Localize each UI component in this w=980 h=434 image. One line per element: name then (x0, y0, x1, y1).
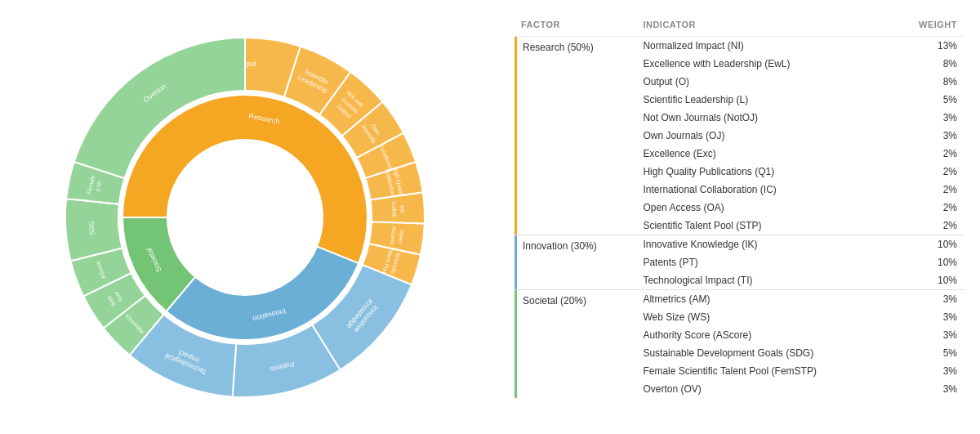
indicator-cell: Own Journals (OJ) (636, 127, 893, 145)
factor-cell: Innovation (30%) (514, 235, 636, 290)
indicator-cell: High Quality Publications (Q1) (636, 163, 893, 181)
weight-cell: 3% (893, 380, 964, 398)
weight-cell: 2% (893, 145, 964, 163)
indicator-header: INDICATOR (636, 16, 893, 37)
indicator-cell: Scientific Talent Pool (STP) (636, 217, 893, 235)
factor-header: FACTOR (514, 16, 636, 37)
weight-cell: 3% (893, 127, 964, 145)
indicator-cell: Not Own Journals (NotOJ) (636, 109, 893, 127)
indicator-cell: Output (O) (636, 73, 893, 91)
weight-cell: 3% (893, 290, 964, 309)
indicator-cell: Normalized Impact (NI) (636, 37, 893, 56)
weight-cell: 8% (893, 55, 964, 73)
table-section: FACTOR INDICATOR WEIGHT Research (50%)No… (506, 0, 980, 434)
indicator-cell: Innovative Knowledge (IK) (636, 235, 893, 254)
indicator-cell: Technological Impact (TI) (636, 271, 893, 290)
weight-cell: 2% (893, 217, 964, 235)
chart-section: ResearchInnovationSocietalNormalized Imp… (0, 0, 506, 434)
weight-cell: 8% (893, 73, 964, 91)
weight-cell: 2% (893, 181, 964, 199)
indicator-cell: Sustainable Development Goals (SDG) (636, 344, 893, 362)
svg-text:SDG: SDG (87, 221, 96, 235)
indicator-cell: Patents (PT) (636, 253, 893, 271)
indicator-cell: Authority Score (AScore) (636, 326, 893, 344)
factor-cell: Research (50%) (514, 37, 636, 235)
indicator-cell: Overton (OV) (636, 380, 893, 398)
donut-chart: ResearchInnovationSocietalNormalized Imp… (24, 9, 482, 426)
factor-cell: Societal (20%) (514, 290, 636, 399)
indicator-cell: Altmetrics (AM) (636, 290, 893, 309)
indicator-cell: Open Access (OA) (636, 199, 893, 217)
weight-cell: 10% (893, 271, 964, 290)
weight-cell: 10% (893, 235, 964, 254)
weight-cell: 5% (893, 91, 964, 109)
weight-cell: 3% (893, 362, 964, 380)
weight-cell: 2% (893, 163, 964, 181)
indicator-cell: Female Scientific Talent Pool (FemSTP) (636, 362, 893, 380)
weight-cell: 3% (893, 308, 964, 326)
weight-cell: 2% (893, 199, 964, 217)
indicator-cell: Scientific Leadership (L) (636, 91, 893, 109)
indicator-cell: Web Size (WS) (636, 308, 893, 326)
indicator-cell: International Collaboration (IC) (636, 181, 893, 199)
weight-cell: 3% (893, 326, 964, 344)
data-table: FACTOR INDICATOR WEIGHT Research (50%)No… (514, 16, 964, 398)
weight-header: WEIGHT (893, 16, 964, 37)
weight-cell: 10% (893, 253, 964, 271)
indicator-cell: Excellence (Exc) (636, 145, 893, 163)
weight-cell: 13% (893, 37, 964, 56)
weight-cell: 3% (893, 109, 964, 127)
weight-cell: 5% (893, 344, 964, 362)
svg-point-22 (167, 140, 323, 295)
indicator-cell: Excellence with Leadership (EwL) (636, 55, 893, 73)
